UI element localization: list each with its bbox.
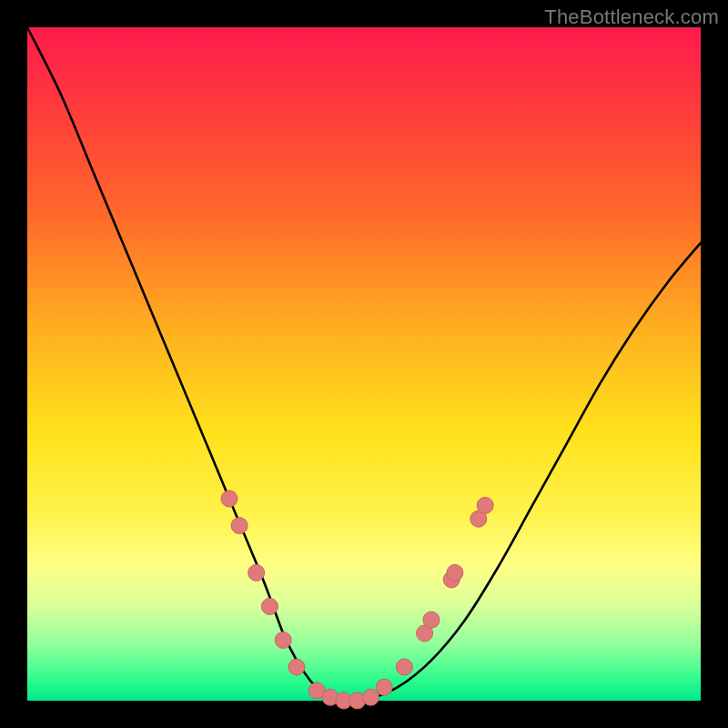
chart-marker [423, 612, 440, 628]
chart-svg [27, 27, 701, 701]
chart-frame: TheBottleneck.com [0, 0, 728, 728]
bottleneck-curve [27, 27, 701, 702]
watermark-text: TheBottleneck.com [544, 5, 719, 29]
chart-marker [248, 564, 265, 581]
chart-marker [477, 497, 493, 513]
chart-marker [362, 689, 379, 705]
chart-marker [288, 659, 305, 675]
chart-marker [396, 659, 412, 675]
chart-marker [376, 679, 392, 695]
chart-marker [275, 632, 291, 648]
chart-marker [447, 564, 463, 581]
chart-marker [261, 598, 278, 614]
chart-plot-area [27, 27, 701, 701]
chart-marker [221, 490, 238, 507]
chart-markers [221, 490, 493, 709]
chart-marker [231, 518, 248, 534]
